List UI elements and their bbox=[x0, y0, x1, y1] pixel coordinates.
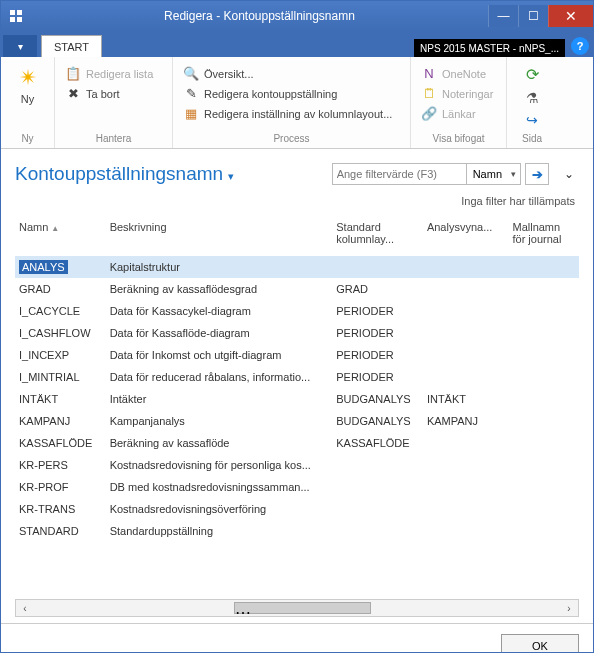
cell-description[interactable]: Kostnadsredovisningsöverföring bbox=[106, 498, 333, 520]
cell-journal[interactable] bbox=[508, 454, 579, 476]
cell-analysis[interactable]: KAMPANJ bbox=[423, 410, 509, 432]
cell-analysis[interactable] bbox=[423, 322, 509, 344]
table-row[interactable]: INTÄKTIntäkterBUDGANALYSINTÄKT bbox=[15, 388, 579, 410]
cell-journal[interactable] bbox=[508, 366, 579, 388]
data-grid[interactable]: Namn▲ Beskrivning Standard kolumnlay... … bbox=[1, 217, 593, 595]
cell-name[interactable]: I_MINTRIAL bbox=[15, 366, 106, 388]
expand-filter-button[interactable]: ⌄ bbox=[559, 163, 579, 185]
cell-name[interactable]: KR-PERS bbox=[15, 454, 106, 476]
cell-description[interactable]: Data för Inkomst och utgift-diagram bbox=[106, 344, 333, 366]
cell-std-col[interactable]: PERIODER bbox=[332, 344, 423, 366]
new-button[interactable]: ✴ Ny bbox=[9, 61, 46, 131]
scroll-track[interactable]: ⋯ bbox=[34, 600, 560, 616]
edit-schedule-button[interactable]: ✎ Redigera kontouppställning bbox=[181, 85, 394, 102]
cell-name[interactable]: ANALYS bbox=[15, 256, 106, 279]
help-icon[interactable]: ? bbox=[571, 37, 589, 55]
cell-description[interactable]: Standarduppställning bbox=[106, 520, 333, 542]
cell-description[interactable]: Data för Kassaflöde-diagram bbox=[106, 322, 333, 344]
cell-description[interactable]: Data för reducerad råbalans, informatio.… bbox=[106, 366, 333, 388]
col-header-analysis[interactable]: Analysvyna... bbox=[423, 217, 509, 256]
filter-value-input[interactable] bbox=[332, 163, 467, 185]
close-button[interactable]: ✕ bbox=[548, 5, 593, 27]
table-row[interactable]: KR-PROFDB med kostnadsredovisningssamman… bbox=[15, 476, 579, 498]
cell-name[interactable]: KAMPANJ bbox=[15, 410, 106, 432]
col-header-std-col[interactable]: Standard kolumnlay... bbox=[332, 217, 423, 256]
cell-name[interactable]: I_INCEXP bbox=[15, 344, 106, 366]
table-row[interactable]: I_INCEXPData för Inkomst och utgift-diag… bbox=[15, 344, 579, 366]
table-row[interactable]: KR-PERSKostnadsredovisning för personlig… bbox=[15, 454, 579, 476]
cell-analysis[interactable] bbox=[423, 278, 509, 300]
cell-std-col[interactable]: GRAD bbox=[332, 278, 423, 300]
cell-std-col[interactable]: PERIODER bbox=[332, 366, 423, 388]
cell-description[interactable]: DB med kostnadsredovisningssamman... bbox=[106, 476, 333, 498]
cell-name[interactable]: KR-TRANS bbox=[15, 498, 106, 520]
cell-name[interactable]: INTÄKT bbox=[15, 388, 106, 410]
cell-description[interactable]: Kostnadsredovisning för personliga kos..… bbox=[106, 454, 333, 476]
col-header-description[interactable]: Beskrivning bbox=[106, 217, 333, 256]
cell-name[interactable]: KR-PROF bbox=[15, 476, 106, 498]
cell-journal[interactable] bbox=[508, 432, 579, 454]
cell-journal[interactable] bbox=[508, 278, 579, 300]
col-header-journal[interactable]: Mallnamn för journal bbox=[508, 217, 579, 256]
delete-button[interactable]: ✖ Ta bort bbox=[63, 85, 155, 102]
cell-analysis[interactable] bbox=[423, 300, 509, 322]
cell-description[interactable]: Beräkning av kassaflöde bbox=[106, 432, 333, 454]
edit-column-layout-button[interactable]: ▦ Redigera inställning av kolumnlayout..… bbox=[181, 105, 394, 122]
overview-button[interactable]: 🔍 Översikt... bbox=[181, 65, 394, 82]
scroll-right-icon[interactable]: › bbox=[560, 600, 578, 616]
cell-journal[interactable] bbox=[508, 300, 579, 322]
cell-journal[interactable] bbox=[508, 256, 579, 279]
refresh-icon[interactable]: ⟳ bbox=[526, 65, 539, 84]
cell-name[interactable]: I_CACYCLE bbox=[15, 300, 106, 322]
table-row[interactable]: STANDARDStandarduppställning bbox=[15, 520, 579, 542]
cell-analysis[interactable]: INTÄKT bbox=[423, 388, 509, 410]
minimize-button[interactable]: — bbox=[488, 5, 518, 27]
cell-std-col[interactable]: PERIODER bbox=[332, 300, 423, 322]
page-title[interactable]: Kontouppställningsnamn ▾ bbox=[15, 163, 234, 185]
table-row[interactable]: GRADBeräkning av kassaflödesgradGRAD bbox=[15, 278, 579, 300]
file-menu-button[interactable]: ▾ bbox=[3, 35, 37, 57]
table-row[interactable]: I_MINTRIALData för reducerad råbalans, i… bbox=[15, 366, 579, 388]
cell-analysis[interactable] bbox=[423, 256, 509, 279]
cell-name[interactable]: I_CASHFLOW bbox=[15, 322, 106, 344]
cell-analysis[interactable] bbox=[423, 366, 509, 388]
col-header-name[interactable]: Namn▲ bbox=[15, 217, 106, 256]
next-icon[interactable]: ↪ bbox=[526, 112, 538, 128]
scroll-left-icon[interactable]: ‹ bbox=[16, 600, 34, 616]
edit-list-button[interactable]: 📋 Redigera lista bbox=[63, 65, 155, 82]
cell-std-col[interactable]: PERIODER bbox=[332, 322, 423, 344]
horizontal-scrollbar[interactable]: ‹ ⋯ › bbox=[15, 599, 579, 617]
cell-std-col[interactable]: KASSAFLÖDE bbox=[332, 432, 423, 454]
filter-field-select[interactable]: Namn bbox=[467, 163, 521, 185]
table-row[interactable]: I_CASHFLOWData för Kassaflöde-diagramPER… bbox=[15, 322, 579, 344]
cell-std-col[interactable] bbox=[332, 256, 423, 279]
cell-analysis[interactable] bbox=[423, 454, 509, 476]
cell-std-col[interactable] bbox=[332, 454, 423, 476]
cell-std-col[interactable]: BUDGANALYS bbox=[332, 410, 423, 432]
cell-analysis[interactable] bbox=[423, 498, 509, 520]
table-row[interactable]: KASSAFLÖDEBeräkning av kassaflödeKASSAFL… bbox=[15, 432, 579, 454]
table-row[interactable]: KAMPANJKampanjanalysBUDGANALYSKAMPANJ bbox=[15, 410, 579, 432]
apply-filter-button[interactable]: ➔ bbox=[525, 163, 549, 185]
notes-button[interactable]: 🗒 Noteringar bbox=[419, 85, 495, 102]
table-row[interactable]: ANALYSKapitalstruktur bbox=[15, 256, 579, 279]
table-row[interactable]: I_CACYCLEData för Kassacykel-diagramPERI… bbox=[15, 300, 579, 322]
cell-description[interactable]: Kampanjanalys bbox=[106, 410, 333, 432]
cell-journal[interactable] bbox=[508, 322, 579, 344]
ok-button[interactable]: OK bbox=[501, 634, 579, 653]
cell-journal[interactable] bbox=[508, 520, 579, 542]
cell-std-col[interactable] bbox=[332, 498, 423, 520]
cell-name[interactable]: KASSAFLÖDE bbox=[15, 432, 106, 454]
cell-std-col[interactable]: BUDGANALYS bbox=[332, 388, 423, 410]
maximize-button[interactable]: ☐ bbox=[518, 5, 548, 27]
table-row[interactable]: KR-TRANSKostnadsredovisningsöverföring bbox=[15, 498, 579, 520]
cell-journal[interactable] bbox=[508, 388, 579, 410]
cell-std-col[interactable] bbox=[332, 520, 423, 542]
cell-journal[interactable] bbox=[508, 476, 579, 498]
cell-description[interactable]: Kapitalstruktur bbox=[106, 256, 333, 279]
cell-analysis[interactable] bbox=[423, 476, 509, 498]
cell-journal[interactable] bbox=[508, 410, 579, 432]
cell-analysis[interactable] bbox=[423, 432, 509, 454]
cell-description[interactable]: Data för Kassacykel-diagram bbox=[106, 300, 333, 322]
cell-analysis[interactable] bbox=[423, 344, 509, 366]
